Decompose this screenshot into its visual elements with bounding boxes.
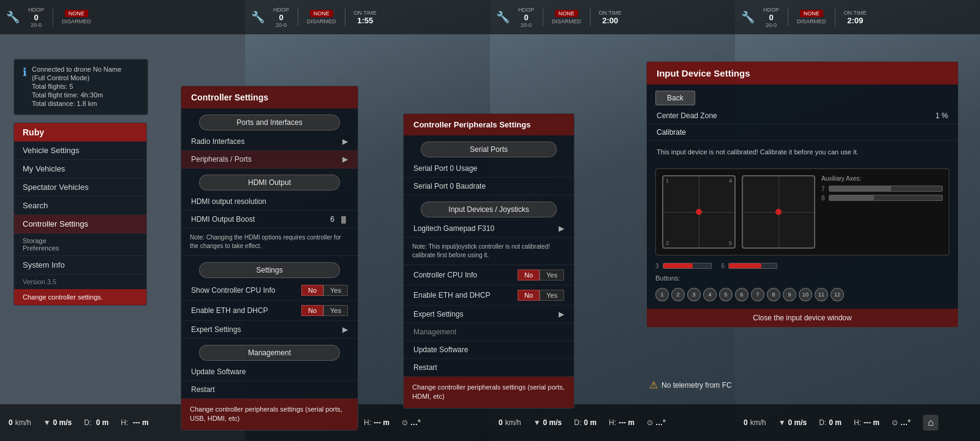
hdmi-resolution-item[interactable]: HDMI output resolution — [181, 193, 358, 211]
periph-cpu-yes[interactable]: Yes — [540, 270, 564, 281]
serial-port0-baud-item[interactable]: Serial Port 0 Baudrate — [404, 178, 574, 195]
periph-enable-eth-item[interactable]: Enable ETH and DHCP No Yes — [404, 285, 574, 306]
btn-7: 7 — [751, 288, 764, 301]
show-cpu-no[interactable]: No — [301, 285, 323, 296]
input-devices-button[interactable]: Input Devices / Joysticks — [421, 202, 557, 217]
hdmi-boost-slider[interactable]: ▐▌ — [339, 216, 348, 223]
gamepad-item[interactable]: Logitech Gamepad F310 ▶ — [404, 220, 574, 238]
home-button[interactable]: ⌂ — [923, 415, 939, 431]
speed-item-4: 0 km/h — [744, 418, 766, 427]
radio-interfaces-item[interactable]: Radio Interfaces ▶ — [181, 133, 358, 151]
sidebar-item-my-vehicles[interactable]: My Vehicles — [14, 160, 146, 178]
warn-triangle-icon: ⚠ — [649, 379, 658, 391]
joystick-display: 1 4 2 5 Auxiliary Axes: 7 — [655, 168, 949, 255]
dist-item-1: D: 0 m — [84, 418, 108, 427]
show-cpu-yes[interactable]: Yes — [323, 285, 348, 296]
height-item-3: H: --- m — [609, 418, 635, 427]
ports-interfaces-button[interactable]: Ports and Interfaces — [199, 115, 340, 130]
sidebar: Ruby Vehicle Settings My Vehicles Specta… — [13, 123, 147, 306]
controller-settings-panel: Controller Settings Ports and Interfaces… — [181, 86, 358, 431]
axis-3-row: 3 — [655, 263, 712, 270]
info-icon: ℹ — [23, 66, 27, 79]
hdmi-boost-item[interactable]: HDMI Output Boost 6 ▐▌ — [181, 211, 358, 228]
sidebar-item-vehicle-settings[interactable]: Vehicle Settings — [14, 141, 146, 160]
sidebar-item-spectator-vehicles[interactable]: Spectator Vehicles — [14, 178, 146, 197]
dead-zone-val: 1 % — [935, 111, 948, 120]
hdmi-boost-val: 6 — [330, 215, 334, 224]
periph-eth-no[interactable]: No — [518, 290, 540, 301]
periph-show-cpu-item[interactable]: Controller CPU Info No Yes — [404, 265, 574, 285]
hud-div-4b — [835, 8, 835, 26]
btn-1: 1 — [655, 288, 669, 301]
sidebar-item-system-info[interactable]: System Info — [14, 256, 146, 274]
btn-11: 11 — [815, 288, 828, 301]
height-val-1: --- m — [133, 418, 149, 427]
speed-val-1: 0 — [9, 418, 13, 427]
restart-item[interactable]: Restart — [181, 381, 358, 399]
btn-2: 2 — [671, 288, 685, 301]
info-line-4: Total flight time: 4h:30m — [32, 91, 121, 99]
dead-zone-label: Center Dead Zone — [657, 111, 717, 120]
speed-item-1: 0 km/h — [9, 418, 31, 427]
input-device-title: Input Device Settings — [647, 62, 958, 85]
hud-armed-4: NONE DISARMED — [797, 10, 826, 24]
hud-div-1a — [53, 8, 53, 26]
btn-5: 5 — [719, 288, 733, 301]
axis-6-row: 6 — [722, 263, 778, 270]
btn-8: 8 — [767, 288, 780, 301]
hud-hdop-3: HDOP 0 20-0 — [518, 7, 534, 28]
dist-item-4: D: 0 m — [819, 418, 842, 427]
periph-restart-item[interactable]: Restart — [404, 359, 574, 377]
speed-unit-1: km/h — [15, 418, 31, 427]
serial-ports-button[interactable]: Serial Ports — [421, 141, 557, 157]
show-cpu-item[interactable]: Show Controller CPU Info No Yes — [181, 281, 358, 301]
sidebar-section-storage[interactable]: StoragePreferences — [14, 233, 146, 256]
settings-button[interactable]: Settings — [199, 262, 340, 278]
aux-bar-7 — [829, 186, 943, 192]
calibrate-row[interactable]: Calibrate — [647, 124, 958, 141]
periph-eth-yes[interactable]: Yes — [540, 290, 564, 301]
periph-update-item[interactable]: Update Software — [404, 341, 574, 359]
enable-eth-toggle[interactable]: No Yes — [301, 305, 348, 316]
gamepad-arrow: ▶ — [559, 224, 564, 233]
sidebar-title: Ruby — [14, 123, 146, 141]
periph-eth-toggle[interactable]: No Yes — [518, 290, 564, 301]
periph-expert-item[interactable]: Expert Settings ▶ — [404, 306, 574, 323]
buttons-row: 1 2 3 4 5 6 7 8 9 10 11 12 — [647, 284, 958, 305]
dist-item-3: D: 0 m — [574, 418, 597, 427]
hud-div-2b — [345, 8, 345, 26]
hud-bar-1: 🔧 HDOP 0 20-0 NONE DISARMED — [0, 0, 245, 34]
joystick-dot-left — [696, 209, 702, 215]
close-input-device-button[interactable]: Close the input device window — [647, 309, 958, 327]
info-line-3: Total flights: 5 — [32, 83, 121, 90]
wrench-icon-1: 🔧 — [6, 10, 20, 24]
peripherals-ports-item[interactable]: Peripherals / Ports ▶ — [181, 151, 358, 168]
btn-4: 4 — [703, 288, 717, 301]
vspeed-item-1: ▼ 0 m/s — [43, 418, 72, 427]
enable-eth-yes[interactable]: Yes — [323, 305, 348, 316]
update-software-item[interactable]: Update Software — [181, 363, 358, 381]
hdmi-note: Note: Changing the HDMI options requires… — [181, 228, 358, 256]
wrench-icon-3: 🔧 — [496, 10, 510, 24]
sidebar-item-controller-settings[interactable]: Controller Settings — [14, 215, 146, 233]
management-button[interactable]: Management — [199, 345, 340, 361]
aux-row-8: 8 — [821, 195, 943, 202]
expert-settings-item[interactable]: Expert Settings ▶ — [181, 321, 358, 339]
periph-cpu-toggle[interactable]: No Yes — [518, 270, 564, 281]
enable-eth-no[interactable]: No — [301, 305, 323, 316]
show-cpu-toggle[interactable]: No Yes — [301, 285, 348, 296]
hud-hdop-4: HDOP 0 20-0 — [763, 7, 779, 28]
vspeed-val-1: 0 m/s — [53, 418, 72, 427]
input-back-button[interactable]: Back — [655, 91, 695, 105]
joystick-right — [742, 175, 815, 249]
enable-eth-item[interactable]: Enable ETH and DHCP No Yes — [181, 301, 358, 321]
peripherals-arrow: ▶ — [342, 155, 348, 164]
hdmi-output-button[interactable]: HDMI Output — [199, 175, 340, 190]
sidebar-item-search[interactable]: Search — [14, 197, 146, 215]
calibrate-label[interactable]: Calibrate — [657, 128, 686, 137]
serial-port0-usage-item[interactable]: Serial Port 0 Usage — [404, 160, 574, 178]
ctrl-footer: Change controller peripherals settings (… — [181, 399, 358, 430]
periph-cpu-no[interactable]: No — [518, 270, 540, 281]
info-line-5: Total distance: 1.8 km — [32, 100, 121, 107]
hud-div-4a — [788, 8, 788, 26]
